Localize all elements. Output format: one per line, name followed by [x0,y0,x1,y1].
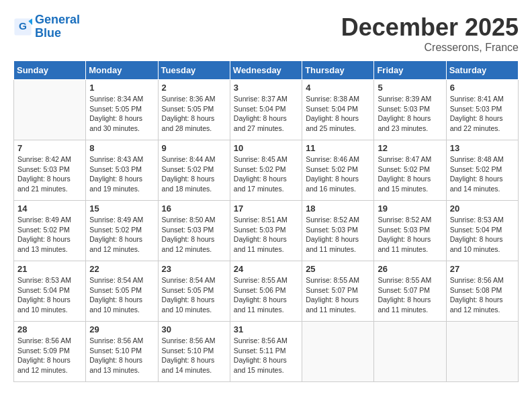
day-info: Sunrise: 8:45 AM Sunset: 5:02 PM Dayligh… [234,154,298,194]
calendar-cell: 6Sunrise: 8:41 AM Sunset: 5:03 PM Daylig… [446,80,518,140]
col-header-wednesday: Wednesday [230,61,302,80]
col-header-sunday: Sunday [14,61,86,80]
calendar-cell: 3Sunrise: 8:37 AM Sunset: 5:04 PM Daylig… [230,80,302,140]
svg-text:G: G [19,20,27,32]
day-number: 20 [450,203,515,214]
calendar-cell: 17Sunrise: 8:51 AM Sunset: 5:03 PM Dayli… [230,201,302,261]
week-row-1: 1Sunrise: 8:34 AM Sunset: 5:05 PM Daylig… [14,80,519,140]
day-number: 25 [306,264,370,274]
day-number: 28 [17,324,82,334]
calendar-cell: 10Sunrise: 8:45 AM Sunset: 5:02 PM Dayli… [230,140,302,201]
logo-name: General Blue [35,13,80,40]
day-number: 13 [450,143,515,153]
week-row-4: 21Sunrise: 8:53 AM Sunset: 5:04 PM Dayli… [14,261,519,322]
day-info: Sunrise: 8:52 AM Sunset: 5:03 PM Dayligh… [378,215,442,255]
day-number: 1 [89,83,154,93]
day-info: Sunrise: 8:53 AM Sunset: 5:04 PM Dayligh… [450,215,515,255]
calendar-cell: 7Sunrise: 8:42 AM Sunset: 5:03 PM Daylig… [14,140,86,201]
day-number: 8 [89,143,154,153]
calendar-cell: 24Sunrise: 8:55 AM Sunset: 5:06 PM Dayli… [230,261,302,322]
calendar-body: 1Sunrise: 8:34 AM Sunset: 5:05 PM Daylig… [14,80,519,382]
day-info: Sunrise: 8:47 AM Sunset: 5:02 PM Dayligh… [378,154,442,194]
day-info: Sunrise: 8:34 AM Sunset: 5:05 PM Dayligh… [89,94,154,134]
day-info: Sunrise: 8:56 AM Sunset: 5:08 PM Dayligh… [450,275,515,315]
calendar-cell: 22Sunrise: 8:54 AM Sunset: 5:05 PM Dayli… [86,261,158,322]
calendar-cell: 1Sunrise: 8:34 AM Sunset: 5:05 PM Daylig… [86,80,158,140]
calendar-cell: 12Sunrise: 8:47 AM Sunset: 5:02 PM Dayli… [374,140,446,201]
calendar-cell: 30Sunrise: 8:56 AM Sunset: 5:10 PM Dayli… [158,322,230,382]
calendar-cell: 27Sunrise: 8:56 AM Sunset: 5:08 PM Dayli… [446,261,518,322]
col-header-saturday: Saturday [446,61,518,80]
month-title: December 2025 [341,13,519,42]
calendar-header-row: SundayMondayTuesdayWednesdayThursdayFrid… [14,61,519,80]
calendar-cell: 25Sunrise: 8:55 AM Sunset: 5:07 PM Dayli… [302,261,374,322]
calendar-cell: 23Sunrise: 8:54 AM Sunset: 5:05 PM Dayli… [158,261,230,322]
day-info: Sunrise: 8:41 AM Sunset: 5:03 PM Dayligh… [450,94,515,134]
day-info: Sunrise: 8:56 AM Sunset: 5:10 PM Dayligh… [162,336,226,375]
day-number: 5 [378,83,442,93]
calendar-cell: 5Sunrise: 8:39 AM Sunset: 5:03 PM Daylig… [374,80,446,140]
day-info: Sunrise: 8:49 AM Sunset: 5:02 PM Dayligh… [89,215,154,255]
day-number: 15 [89,203,154,214]
calendar-cell: 4Sunrise: 8:38 AM Sunset: 5:04 PM Daylig… [302,80,374,140]
day-number: 7 [17,143,82,153]
calendar-cell: 8Sunrise: 8:43 AM Sunset: 5:03 PM Daylig… [86,140,158,201]
day-number: 4 [306,83,370,93]
calendar-cell: 19Sunrise: 8:52 AM Sunset: 5:03 PM Dayli… [374,201,446,261]
day-info: Sunrise: 8:50 AM Sunset: 5:03 PM Dayligh… [162,215,226,255]
day-info: Sunrise: 8:55 AM Sunset: 5:07 PM Dayligh… [306,275,370,315]
logo: G General Blue [13,13,80,40]
day-info: Sunrise: 8:43 AM Sunset: 5:03 PM Dayligh… [89,154,154,194]
calendar-cell: 9Sunrise: 8:44 AM Sunset: 5:02 PM Daylig… [158,140,230,201]
calendar-cell [446,322,518,382]
day-info: Sunrise: 8:44 AM Sunset: 5:02 PM Dayligh… [162,154,226,194]
day-info: Sunrise: 8:49 AM Sunset: 5:02 PM Dayligh… [17,215,82,255]
title-block: December 2025 Cresserons, France [341,13,519,54]
day-number: 6 [450,83,515,93]
day-number: 16 [162,203,226,214]
day-number: 30 [162,324,226,334]
day-number: 17 [234,203,298,214]
day-info: Sunrise: 8:42 AM Sunset: 5:03 PM Dayligh… [17,154,82,194]
day-info: Sunrise: 8:53 AM Sunset: 5:04 PM Dayligh… [17,275,82,315]
col-header-tuesday: Tuesday [158,61,230,80]
calendar-cell: 26Sunrise: 8:55 AM Sunset: 5:07 PM Dayli… [374,261,446,322]
day-number: 18 [306,203,370,214]
day-info: Sunrise: 8:54 AM Sunset: 5:05 PM Dayligh… [162,275,226,315]
calendar-cell: 11Sunrise: 8:46 AM Sunset: 5:02 PM Dayli… [302,140,374,201]
day-number: 12 [378,143,442,153]
day-info: Sunrise: 8:56 AM Sunset: 5:10 PM Dayligh… [89,336,154,375]
day-info: Sunrise: 8:46 AM Sunset: 5:02 PM Dayligh… [306,154,370,194]
week-row-2: 7Sunrise: 8:42 AM Sunset: 5:03 PM Daylig… [14,140,519,201]
calendar-table: SundayMondayTuesdayWednesdayThursdayFrid… [13,60,519,382]
page-header: G General Blue December 2025 Cresserons,… [13,13,519,54]
day-number: 14 [17,203,82,214]
day-number: 21 [17,264,82,274]
calendar-cell: 15Sunrise: 8:49 AM Sunset: 5:02 PM Dayli… [86,201,158,261]
calendar-cell: 31Sunrise: 8:56 AM Sunset: 5:11 PM Dayli… [230,322,302,382]
calendar-cell: 13Sunrise: 8:48 AM Sunset: 5:02 PM Dayli… [446,140,518,201]
day-number: 11 [306,143,370,153]
day-info: Sunrise: 8:52 AM Sunset: 5:03 PM Dayligh… [306,215,370,255]
calendar-cell: 29Sunrise: 8:56 AM Sunset: 5:10 PM Dayli… [86,322,158,382]
calendar-cell: 16Sunrise: 8:50 AM Sunset: 5:03 PM Dayli… [158,201,230,261]
day-info: Sunrise: 8:55 AM Sunset: 5:07 PM Dayligh… [378,275,442,315]
day-info: Sunrise: 8:56 AM Sunset: 5:09 PM Dayligh… [17,336,82,375]
day-info: Sunrise: 8:51 AM Sunset: 5:03 PM Dayligh… [234,215,298,255]
day-number: 29 [89,324,154,334]
day-number: 10 [234,143,298,153]
calendar-cell [374,322,446,382]
day-number: 24 [234,264,298,274]
calendar-cell: 14Sunrise: 8:49 AM Sunset: 5:02 PM Dayli… [14,201,86,261]
calendar-cell [14,80,86,140]
day-number: 19 [378,203,442,214]
day-info: Sunrise: 8:37 AM Sunset: 5:04 PM Dayligh… [234,94,298,134]
day-number: 23 [162,264,226,274]
day-info: Sunrise: 8:36 AM Sunset: 5:05 PM Dayligh… [162,94,226,134]
day-info: Sunrise: 8:38 AM Sunset: 5:04 PM Dayligh… [306,94,370,134]
col-header-monday: Monday [86,61,158,80]
calendar-cell [302,322,374,382]
day-number: 22 [89,264,154,274]
calendar-cell: 20Sunrise: 8:53 AM Sunset: 5:04 PM Dayli… [446,201,518,261]
day-info: Sunrise: 8:39 AM Sunset: 5:03 PM Dayligh… [378,94,442,134]
